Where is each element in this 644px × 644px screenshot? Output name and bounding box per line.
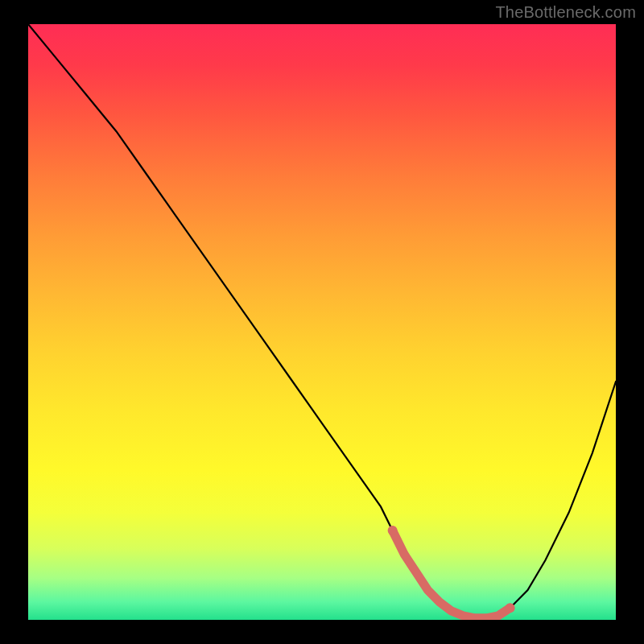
bottleneck-curve-line [28, 24, 616, 618]
optimal-range-marker [393, 530, 510, 618]
optimal-range-end-dot [506, 603, 515, 613]
plot-area [28, 24, 616, 620]
chart-frame: TheBottleneck.com [0, 0, 644, 644]
bottleneck-chart [28, 24, 616, 620]
optimal-range-start-dot [388, 526, 398, 535]
watermark-text: TheBottleneck.com [495, 3, 636, 22]
